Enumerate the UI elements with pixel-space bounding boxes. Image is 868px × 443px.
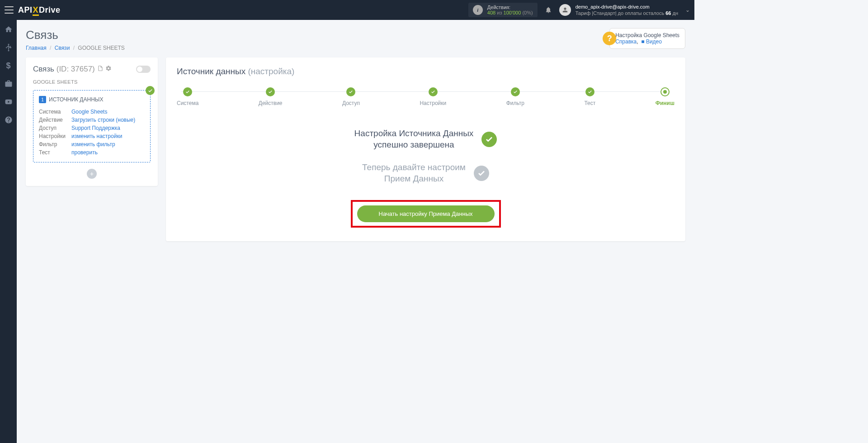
left-nav: $ (0, 20, 17, 249)
main-card: Источник данных (настройка) СистемаДейст… (166, 57, 685, 241)
breadcrumb: Главная / Связи / GOOGLE SHEETS (26, 45, 125, 51)
step-тест[interactable]: Тест (584, 87, 595, 106)
row-key: Настройки (39, 132, 71, 140)
breadcrumb-links[interactable]: Связи (55, 45, 70, 51)
gear-icon[interactable] (105, 65, 112, 71)
table-row: Тестпроверить (39, 148, 145, 157)
step-действие[interactable]: Действие (259, 87, 283, 106)
enable-toggle[interactable] (136, 66, 151, 73)
menu-toggle-icon[interactable] (5, 6, 14, 14)
connection-side-card: Связь (ID: 37657) GOOGLE SHEETS 1 ИСТОЧН… (26, 57, 158, 186)
step-label: Доступ (342, 100, 360, 106)
row-key: Тест (39, 148, 71, 157)
user-menu[interactable]: demo_apix-drive@apix-drive.com Тариф |Ст… (559, 4, 690, 17)
logo-x: X (33, 5, 39, 16)
info-icon: i (473, 5, 483, 15)
row-key: Доступ (39, 124, 71, 132)
step-label: Настройки (420, 100, 446, 106)
row-key: Система (39, 108, 71, 116)
avatar-icon (559, 4, 571, 16)
row-link[interactable]: Google Sheets (71, 109, 107, 115)
check-icon (481, 132, 497, 147)
actions-text: Действия: 408 из 100'000 (0%) (487, 5, 533, 15)
bell-icon[interactable] (545, 6, 552, 14)
row-key: Действие (39, 116, 71, 124)
highlight-box: Начать настройку Приема Данных (351, 200, 501, 228)
step-доступ[interactable]: Доступ (342, 87, 360, 106)
step-фильтр[interactable]: Фильтр (506, 87, 524, 106)
source-box: 1 ИСТОЧНИК ДАННЫХ СистемаGoogle SheetsДе… (33, 90, 151, 162)
help-box: ? Настройка Google Sheets Справка, ■ Вид… (609, 28, 685, 49)
source-number: 1 (39, 96, 46, 103)
step-dot-icon (511, 87, 520, 96)
table-row: ДействиеЗагрузить строки (новые) (39, 116, 145, 124)
youtube-icon[interactable] (5, 98, 13, 106)
table-row: ДоступSupport Поддержка (39, 124, 145, 132)
start-destination-button[interactable]: Начать настройку Приема Данных (357, 205, 495, 222)
billing-icon[interactable]: $ (5, 62, 13, 70)
step-label: Тест (584, 100, 595, 106)
source-header: 1 ИСТОЧНИК ДАННЫХ (39, 96, 145, 103)
help-icon[interactable] (5, 116, 13, 124)
step-label: Фильтр (506, 100, 524, 106)
step-dot-icon (429, 87, 438, 96)
source-table: СистемаGoogle SheetsДействиеЗагрузить ст… (39, 108, 145, 157)
stepper: СистемаДействиеДоступНастройкиФильтрТест… (177, 87, 675, 106)
status-success: Настройка Источника Данных успешно завер… (281, 128, 571, 150)
page-title: Связь (26, 28, 125, 42)
video-icon: ■ (641, 38, 644, 45)
row-link[interactable]: проверить (71, 149, 98, 156)
step-label: Финиш (656, 100, 675, 106)
connections-icon[interactable] (5, 43, 13, 52)
top-bar: APIXDrive i Действия: 408 из 100'000 (0%… (0, 0, 694, 20)
add-button[interactable]: + (87, 169, 97, 179)
step-система[interactable]: Система (177, 87, 198, 106)
step-dot-icon (266, 87, 275, 96)
row-link[interactable]: изменить фильтр (71, 141, 115, 148)
row-link[interactable]: Support Поддержка (71, 125, 120, 131)
question-icon: ? (603, 32, 616, 45)
logo-text: API (18, 5, 33, 14)
logo[interactable]: APIXDrive (18, 5, 61, 15)
step-label: Система (177, 100, 198, 106)
table-row: СистемаGoogle Sheets (39, 108, 145, 116)
user-info: demo_apix-drive@apix-drive.com Тариф |Ст… (576, 4, 678, 17)
briefcase-icon[interactable] (5, 80, 13, 88)
step-label: Действие (259, 100, 283, 106)
help-link[interactable]: Справка (615, 38, 637, 45)
document-icon[interactable] (97, 65, 104, 71)
chevron-down-icon: ⌄ (685, 7, 690, 13)
row-link[interactable]: изменить настройки (71, 133, 122, 139)
status-next: Теперь давайте настроим Прием Данных (281, 162, 571, 184)
breadcrumb-current: GOOGLE SHEETS (78, 45, 124, 51)
breadcrumb-home[interactable]: Главная (26, 45, 47, 51)
side-card-title: Связь (ID: 37657) (33, 65, 112, 74)
step-настройки[interactable]: Настройки (420, 87, 446, 106)
step-dot-icon (183, 87, 192, 96)
home-icon[interactable] (5, 25, 13, 33)
logo-text: Drive (39, 5, 61, 14)
help-title: Настройка Google Sheets (615, 32, 679, 38)
source-title: ИСТОЧНИК ДАННЫХ (49, 96, 103, 103)
step-dot-icon (346, 87, 355, 96)
side-subtitle: GOOGLE SHEETS (33, 79, 151, 85)
check-badge-icon (146, 86, 155, 95)
row-key: Фильтр (39, 140, 71, 148)
step-dot-icon (585, 87, 594, 96)
step-финиш[interactable]: Финиш (656, 87, 675, 106)
step-dot-icon (660, 87, 670, 96)
table-row: Настройкиизменить настройки (39, 132, 145, 140)
page-content: Связь Главная / Связи / GOOGLE SHEETS ? … (17, 20, 694, 249)
row-link[interactable]: Загрузить строки (новые) (71, 117, 135, 123)
actions-counter[interactable]: i Действия: 408 из 100'000 (0%) (468, 3, 538, 17)
table-row: Фильтризменить фильтр (39, 140, 145, 148)
video-link[interactable]: Видео (646, 38, 662, 45)
main-title: Источник данных (настройка) (177, 67, 675, 76)
check-icon (474, 166, 489, 181)
